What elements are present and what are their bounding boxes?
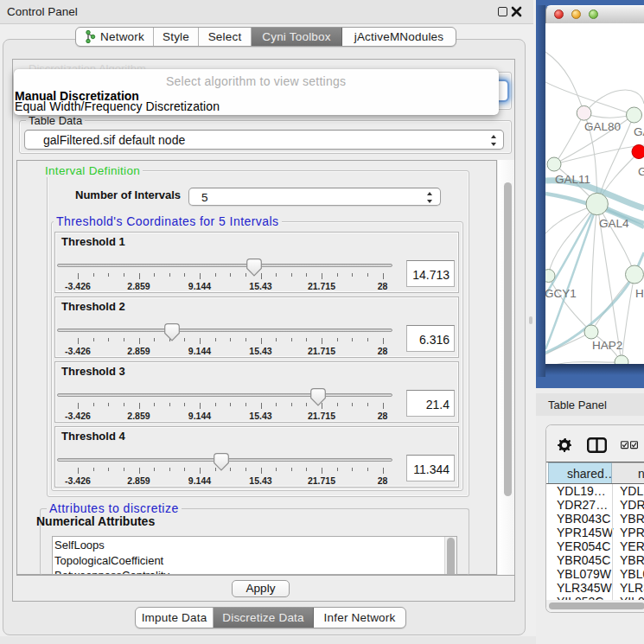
svg-text:HAP2: HAP2 <box>592 339 622 352</box>
svg-text:H: H <box>635 287 644 300</box>
svg-text:GCY1: GCY1 <box>545 287 577 300</box>
svg-text:G: G <box>638 165 644 178</box>
svg-text:GAL11: GAL11 <box>555 173 590 186</box>
svg-text:GA: GA <box>634 125 644 138</box>
svg-text:GAL80: GAL80 <box>584 120 621 133</box>
svg-text:GAL4: GAL4 <box>599 217 629 230</box>
